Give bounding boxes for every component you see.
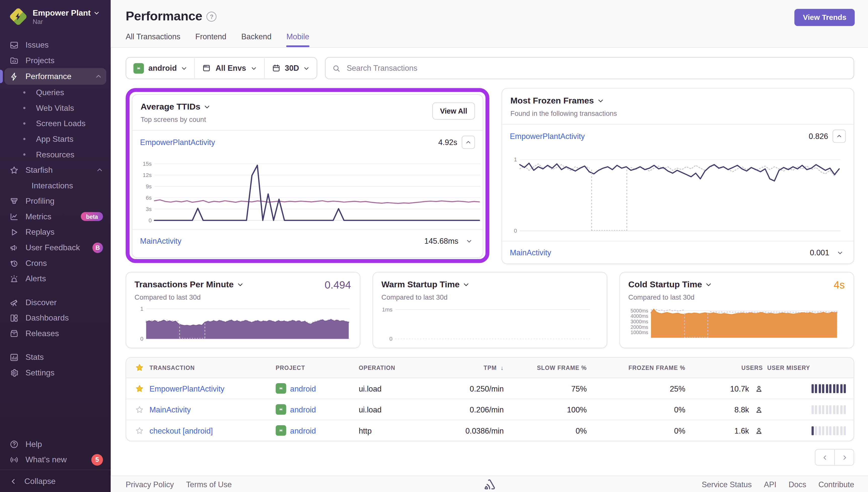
sidebar-item-settings[interactable]: Settings: [0, 365, 111, 380]
sidebar-item-starfish[interactable]: Starfish: [0, 162, 111, 178]
chevron-left-icon: [9, 477, 18, 485]
column-header-frozen-frame[interactable]: FROZEN FRAME %: [589, 364, 688, 371]
transaction-link[interactable]: MainActivity: [510, 248, 551, 257]
star-toggle[interactable]: [126, 405, 147, 414]
sidebar-item-projects[interactable]: Projects: [0, 53, 111, 68]
sidebar-collapse-button[interactable]: Collapse: [0, 470, 111, 492]
chevron-down-icon[interactable]: [705, 281, 712, 288]
sidebar-item-issues[interactable]: Issues: [0, 37, 111, 53]
column-header-slow-frame[interactable]: SLOW FRAME %: [506, 364, 589, 371]
footer-link-privacy-policy[interactable]: Privacy Policy: [126, 479, 174, 489]
transaction-link[interactable]: checkout [android]: [150, 426, 213, 435]
column-header-project[interactable]: PROJECT: [273, 364, 356, 371]
transaction-link[interactable]: EmpowerPlantActivity: [510, 132, 585, 141]
transaction-link[interactable]: MainActivity: [140, 237, 181, 245]
expand-toggle-button[interactable]: [834, 246, 846, 259]
tab-all-transactions[interactable]: All Transactions: [126, 32, 180, 47]
chevron-down-icon[interactable]: [237, 281, 244, 288]
chevron-down-icon[interactable]: [204, 103, 210, 110]
org-switcher[interactable]: Empower Plant Nar: [0, 0, 111, 33]
sidebar-item-alerts[interactable]: Alerts: [0, 271, 111, 286]
project-link[interactable]: android: [290, 405, 316, 414]
table-header-row: TRANSACTIONPROJECTOPERATIONTPM↓SLOW FRAM…: [126, 358, 853, 378]
footer-link-docs[interactable]: Docs: [788, 479, 806, 489]
star-toggle[interactable]: [126, 384, 147, 393]
main-area: Performance ? View Trends All Transactio…: [111, 0, 868, 492]
metrics-icon: [9, 212, 19, 221]
footer-link-service-status[interactable]: Service Status: [702, 479, 752, 489]
slow-frame-cell: 0%: [506, 426, 589, 435]
transaction-link[interactable]: EmpowerPlantActivity: [150, 384, 225, 393]
user-misery-bar: [765, 405, 854, 414]
sidebar-item-queries[interactable]: Queries: [0, 84, 111, 100]
project-link[interactable]: android: [290, 384, 316, 393]
sidebar-item-metrics[interactable]: Metricsbeta: [0, 209, 111, 224]
environment-filter[interactable]: All Envs: [195, 64, 264, 73]
chevron-down-icon[interactable]: [597, 97, 604, 104]
sidebar-item-interactions[interactable]: Interactions: [0, 178, 111, 193]
tab-frontend[interactable]: Frontend: [195, 32, 226, 47]
transaction-link[interactable]: EmpowerPlantActivity: [140, 138, 215, 147]
slow-frame-cell: 75%: [506, 384, 589, 393]
table-row: MainActivityandroidui.load0.206/min100%0…: [126, 399, 853, 420]
tpm-title: Transactions Per Minute: [134, 279, 234, 290]
next-page-button[interactable]: [835, 450, 854, 465]
sidebar-item-label: Releases: [25, 329, 59, 338]
chevron-down-icon[interactable]: [463, 281, 469, 288]
sidebar-item-dashboards[interactable]: Dashboards: [0, 310, 111, 325]
cold-startup-value: 4s: [834, 279, 845, 291]
profiling-icon: [9, 196, 19, 206]
footer-link-contribute[interactable]: Contribute: [818, 479, 854, 489]
date-range-filter[interactable]: 30D: [264, 64, 317, 73]
column-header-operation[interactable]: OPERATION: [356, 364, 445, 371]
sidebar-item-label: Help: [25, 440, 42, 448]
sidebar-item-user-feedback[interactable]: User FeedbackB: [0, 240, 111, 255]
sidebar-item-screen-loads[interactable]: Screen Loads: [0, 116, 111, 131]
sidebar-item-crons[interactable]: Crons: [0, 255, 111, 271]
expand-toggle-button[interactable]: [463, 235, 475, 247]
sidebar-item-app-starts[interactable]: App Starts: [0, 131, 111, 147]
svg-text:0: 0: [389, 336, 392, 342]
sidebar-item-discover[interactable]: Discover: [0, 295, 111, 310]
sidebar-item-resources[interactable]: Resources: [0, 147, 111, 163]
star-column-header: [126, 363, 147, 372]
frozen-value: 0.001: [810, 248, 829, 257]
sidebar-item-label: Profiling: [25, 197, 54, 205]
sidebar-item-label: Metrics: [25, 212, 51, 221]
view-trends-button[interactable]: View Trends: [795, 9, 855, 26]
star-toggle[interactable]: [126, 426, 147, 435]
transaction-link[interactable]: MainActivity: [150, 405, 191, 414]
sidebar-item-what-s-new[interactable]: What's new5: [0, 452, 111, 467]
column-header-transaction[interactable]: TRANSACTION: [147, 364, 273, 371]
crons-icon: [9, 259, 19, 268]
previous-page-button[interactable]: [815, 450, 835, 465]
search-box: [325, 57, 854, 79]
sidebar-item-stats[interactable]: Stats: [0, 349, 111, 365]
svg-text:3s: 3s: [146, 206, 152, 212]
column-header-users[interactable]: USERS: [688, 364, 765, 371]
footer-link-api[interactable]: API: [764, 479, 776, 489]
column-header-tpm[interactable]: TPM↓: [445, 364, 506, 371]
tab-mobile[interactable]: Mobile: [286, 32, 309, 47]
table-body: EmpowerPlantActivityandroidui.load0.250/…: [126, 378, 853, 441]
sidebar-item-profiling[interactable]: Profiling: [0, 193, 111, 209]
column-header-user-misery[interactable]: USER MISERY: [765, 364, 854, 371]
search-icon: [332, 64, 340, 72]
project-link[interactable]: android: [290, 426, 316, 435]
footer-link-terms-of-use[interactable]: Terms of Use: [186, 479, 232, 489]
project-filter[interactable]: android: [126, 63, 194, 74]
view-all-button[interactable]: View All: [432, 102, 475, 120]
search-input[interactable]: [346, 63, 847, 73]
tab-backend[interactable]: Backend: [241, 32, 271, 47]
sidebar-item-web-vitals[interactable]: Web Vitals: [0, 100, 111, 116]
help-circle-icon[interactable]: ?: [207, 11, 217, 21]
sidebar-item-help[interactable]: Help: [0, 436, 111, 452]
frozen-frame-cell: 25%: [589, 384, 688, 393]
warm-startup-card: Warm Startup Time Compared to last 30d 1…: [373, 272, 607, 348]
org-logo-icon: [9, 7, 28, 26]
sidebar-item-performance[interactable]: Performance: [4, 68, 106, 84]
collapse-toggle-button[interactable]: [462, 136, 475, 149]
sidebar-item-releases[interactable]: Releases: [0, 325, 111, 341]
collapse-toggle-button[interactable]: [833, 130, 846, 143]
sidebar-item-replays[interactable]: Replays: [0, 224, 111, 240]
